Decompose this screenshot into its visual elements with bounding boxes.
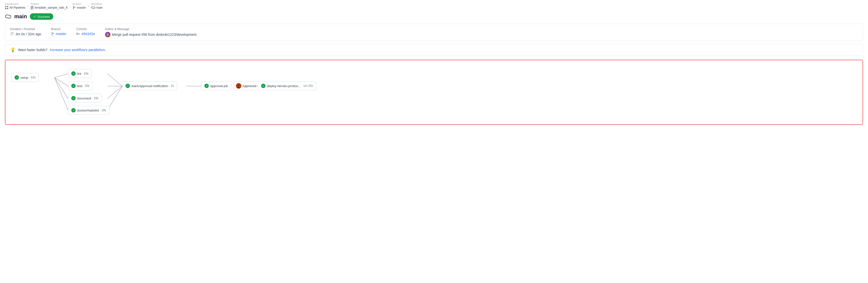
job-name-document: document <box>77 96 91 100</box>
svg-line-23 <box>55 78 68 110</box>
success-icon-lint: ✓ <box>71 71 76 76</box>
page-header: main ✓ Success <box>0 11 868 24</box>
job-deploy-heroku[interactable]: ✓ deploy-heroku-produc... 1m 25s <box>258 81 316 90</box>
author-avatar: D <box>105 32 111 37</box>
svg-point-13 <box>52 34 53 35</box>
breadcrumb-section-branch: Branch master <box>72 2 86 9</box>
approval-job-group: ✓ approval-job Approved <box>201 81 259 90</box>
pipeline-container: ✓ setup 43s ✓ lint 19s ✓ test 20s ✓ docu… <box>5 60 863 125</box>
svg-line-27 <box>107 86 122 110</box>
job-lint[interactable]: ✓ lint 19s <box>68 69 92 78</box>
info-col-duration: Duration / Finished ⏱ 3m 0s / 32m ago <box>10 27 41 37</box>
notice-link[interactable]: Increase your workflow's parallelism. <box>50 48 106 52</box>
job-document[interactable]: ✓ document 29s <box>68 94 101 103</box>
branch-value: master <box>51 32 66 36</box>
success-icon-approval: ✓ <box>205 84 209 88</box>
success-icon-deploy: ✓ <box>261 84 266 88</box>
author-label: Author & Message <box>105 27 196 31</box>
page-title: main <box>14 13 27 20</box>
info-card: Duration / Finished ⏱ 3m 0s / 32m ago Br… <box>5 24 863 41</box>
job-name-approval: approval-job <box>210 84 228 88</box>
duration-label: Duration / Finished <box>10 27 41 31</box>
commit-link[interactable]: e941d1e <box>82 32 95 36</box>
success-icon-setup: ✓ <box>14 75 19 80</box>
branch-label: Branch <box>51 27 66 31</box>
duration-text: 3m 0s / 32m ago <box>16 32 41 36</box>
main-workflow-icon <box>5 14 11 19</box>
svg-rect-0 <box>5 6 6 7</box>
breadcrumb-item-branch[interactable]: master <box>72 6 86 9</box>
breadcrumb-label-branch: Branch <box>72 2 86 5</box>
breadcrumb-nav: Dashboard All Pipelines › Project <box>0 0 868 11</box>
notice-text: Want faster builds? <box>18 48 47 52</box>
branch-info-icon <box>51 32 54 36</box>
svg-line-20 <box>55 74 68 78</box>
success-icon-document: ✓ <box>71 96 76 101</box>
success-icon-test: ✓ <box>71 84 76 88</box>
svg-point-9 <box>73 8 74 9</box>
pipeline-wrapper: ✓ setup 43s ✓ lint 19s ✓ test 20s ✓ docu… <box>11 67 297 117</box>
breadcrumb-item-project[interactable]: template_sample_rails_6 <box>31 6 67 9</box>
job-name-lint: lint <box>77 72 81 76</box>
branch-value-link[interactable]: master <box>56 32 66 36</box>
job-setup[interactable]: ✓ setup 43s <box>11 73 39 82</box>
status-badge: ✓ Success <box>30 13 53 20</box>
job-docker-hadolint[interactable]: ✓ docker/hadolint 19s <box>68 106 110 115</box>
connector-lines <box>11 67 297 117</box>
breadcrumb-item-workflow[interactable]: main <box>91 6 103 9</box>
branch-link[interactable]: master <box>77 6 86 9</box>
sep-1: › <box>27 4 29 8</box>
sep-2: › <box>69 4 71 8</box>
duration-value: ⏱ 3m 0s / 32m ago <box>10 32 41 36</box>
workflow-link[interactable]: main <box>96 6 103 9</box>
info-col-author: Author & Message D Merge pull request #5… <box>105 27 196 37</box>
breadcrumb-item-all-pipelines[interactable]: All Pipelines <box>5 6 25 9</box>
job-test[interactable]: ✓ test 20s <box>68 81 93 90</box>
check-icon: ✓ <box>33 15 36 19</box>
svg-rect-1 <box>7 6 8 7</box>
commit-value: e941d1e <box>76 32 95 36</box>
commit-label: Commit <box>76 27 95 31</box>
job-duration-docker-hadolint: 19s <box>101 109 106 112</box>
avatar-svg <box>236 83 241 89</box>
status-text: Success <box>37 15 50 19</box>
approved-badge: Approved <box>233 81 259 90</box>
svg-line-22 <box>55 78 68 98</box>
key-icon <box>76 33 80 35</box>
info-col-commit: Commit e941d1e <box>76 27 95 37</box>
job-name-deploy: deploy-heroku-produc... <box>267 84 301 88</box>
svg-point-31 <box>238 84 240 86</box>
svg-line-26 <box>107 86 122 98</box>
project-link[interactable]: template_sample_rails_6 <box>35 6 67 9</box>
job-name-docker-hadolint: docker/hadolint <box>77 109 99 112</box>
success-icon-slack-approval: ✓ <box>125 84 130 88</box>
breadcrumb-section-workflow: Workflow main <box>91 2 103 9</box>
bulb-icon: 💡 <box>10 47 16 53</box>
branch-icon <box>72 6 76 9</box>
grid-icon <box>5 6 8 9</box>
success-icon-docker-hadolint: ✓ <box>71 108 76 113</box>
breadcrumb-label-project: Project <box>31 2 67 5</box>
job-approval[interactable]: ✓ approval-job <box>201 81 231 90</box>
approved-text: Approved <box>243 84 256 88</box>
job-duration-document: 29s <box>94 96 98 100</box>
info-col-branch: Branch master <box>51 27 66 37</box>
workflow-icon <box>91 6 95 9</box>
author-value: D Merge pull request #56 from dodonki122… <box>105 32 196 37</box>
job-duration-deploy: 1m 25s <box>303 84 313 88</box>
all-pipelines-link[interactable]: All Pipelines <box>9 6 25 9</box>
job-name-setup: setup <box>21 76 28 80</box>
sep-3: › <box>87 4 89 8</box>
svg-rect-3 <box>7 8 8 9</box>
approver-avatar <box>236 83 241 89</box>
job-name-slack-approval: slack/approval-notification <box>131 84 168 88</box>
job-slack-approval[interactable]: ✓ slack/approval-notification 2s <box>122 81 177 90</box>
clock-icon: ⏱ <box>10 32 14 36</box>
job-duration-setup: 43s <box>31 76 35 79</box>
breadcrumb-section-project: Project template_sample_rails_6 <box>31 2 67 9</box>
commit-icon <box>76 33 80 35</box>
job-duration-test: 20s <box>85 84 90 88</box>
job-duration-lint: 19s <box>84 72 89 75</box>
svg-point-12 <box>52 32 53 33</box>
svg-rect-2 <box>5 8 6 9</box>
